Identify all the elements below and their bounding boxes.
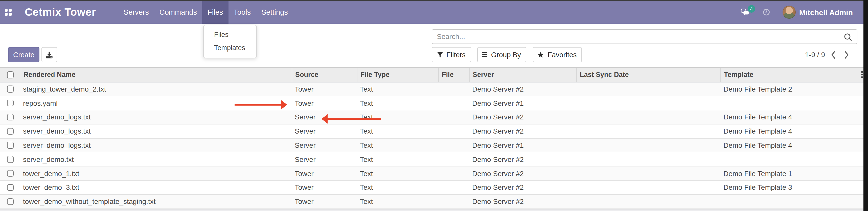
row-checkbox[interactable] xyxy=(7,114,14,120)
cell-last-sync-date xyxy=(576,96,720,110)
row-checkbox-cell xyxy=(0,110,21,124)
create-button[interactable]: Create xyxy=(8,47,39,62)
column-header-file[interactable]: File xyxy=(438,68,469,82)
apps-menu-button[interactable] xyxy=(0,1,12,24)
row-checkbox-cell xyxy=(0,124,21,138)
filters-button[interactable]: Filters xyxy=(432,47,471,62)
files-menu-dropdown: Files Templates xyxy=(203,25,256,58)
app-window: Cetmix Tower Servers Commands Files Tool… xyxy=(0,0,868,211)
row-checkbox[interactable] xyxy=(7,156,14,163)
annotation-arrow-right-icon xyxy=(234,100,287,110)
cell-rendered-name: tower_demo_3.txt xyxy=(21,181,292,194)
table-row[interactable]: server_demo_logs.txt Server Text Demo Se… xyxy=(0,110,868,124)
export-download-icon xyxy=(45,51,53,58)
search-bar xyxy=(432,29,857,44)
pager-next-icon[interactable] xyxy=(844,50,849,59)
cell-template: Demo File Template 4 xyxy=(720,110,855,124)
row-checkbox[interactable] xyxy=(7,198,14,205)
table-row[interactable]: tower_demo_without_template_staging.txt … xyxy=(0,195,868,209)
cell-template: Demo File Template 3 xyxy=(720,181,855,194)
row-checkbox-cell xyxy=(0,96,21,110)
menu-settings[interactable]: Settings xyxy=(256,1,293,24)
table-header: Rendered Name Source File Type File Serv… xyxy=(0,67,868,82)
row-checkbox[interactable] xyxy=(7,170,14,177)
row-checkbox[interactable] xyxy=(7,100,14,107)
cell-template: Demo File Template 4 xyxy=(720,139,855,152)
row-checkbox[interactable] xyxy=(7,184,14,191)
menu-servers[interactable]: Servers xyxy=(118,1,154,24)
column-header-file-type[interactable]: File Type xyxy=(357,68,438,82)
messages-button[interactable]: 4 xyxy=(741,9,749,16)
table-row[interactable]: staging_tower_demo_2.txt Tower Text Demo… xyxy=(0,82,868,96)
cell-file xyxy=(438,195,469,208)
table-row[interactable]: tower_demo_1.txt Tower Text Demo Server … xyxy=(0,167,868,181)
row-checkbox[interactable] xyxy=(7,142,14,149)
dropdown-item-files[interactable]: Files xyxy=(204,28,256,41)
cell-file-type: Text xyxy=(357,153,438,166)
select-all-checkbox-cell[interactable] xyxy=(0,68,21,82)
cell-source: Tower xyxy=(292,82,357,96)
favorites-button[interactable]: Favorites xyxy=(533,47,582,62)
cell-source: Server xyxy=(292,124,357,138)
menu-tools[interactable]: Tools xyxy=(228,1,256,24)
export-button[interactable] xyxy=(41,47,57,62)
cell-last-sync-date xyxy=(576,153,720,166)
table-row[interactable]: server_demo_logs.txt Server Text Demo Se… xyxy=(0,124,868,139)
row-checkbox[interactable] xyxy=(7,128,14,134)
column-header-source[interactable]: Source xyxy=(292,68,357,82)
cell-server: Demo Server #2 xyxy=(469,82,576,96)
row-checkbox[interactable] xyxy=(7,86,14,92)
pager-range: 1-9 / 9 xyxy=(794,47,825,62)
app-brand[interactable]: Cetmix Tower xyxy=(12,1,96,24)
search-icon[interactable] xyxy=(844,33,852,41)
group-by-label: Group By xyxy=(491,51,521,59)
apps-grid-icon xyxy=(5,9,12,16)
cell-file-type: Text xyxy=(357,195,438,208)
select-all-checkbox[interactable] xyxy=(7,71,14,78)
cell-last-sync-date xyxy=(576,167,720,180)
cell-template: Demo File Template 1 xyxy=(720,167,855,180)
favorites-label: Favorites xyxy=(548,51,577,59)
control-panel: Files Create Filters xyxy=(0,24,868,67)
pager-previous-icon[interactable] xyxy=(831,50,836,59)
table-row[interactable]: repos.yaml Tower Text Demo Server #1 xyxy=(0,96,868,111)
table-row[interactable]: server_demo_logs.txt Server Text Demo Se… xyxy=(0,139,868,153)
main-menu: Servers Commands Files Tools Settings xyxy=(118,1,293,24)
cell-file-type: Text xyxy=(357,124,438,138)
group-by-button[interactable]: Group By xyxy=(477,47,526,62)
cell-server: Demo Server #1 xyxy=(469,96,576,110)
menu-files[interactable]: Files xyxy=(202,1,228,24)
cell-source: Server xyxy=(292,153,357,166)
cell-server: Demo Server #2 xyxy=(469,124,576,138)
row-checkbox-cell xyxy=(0,181,21,194)
table-row[interactable]: tower_demo_3.txt Tower Text Demo Server … xyxy=(0,181,868,195)
search-input[interactable] xyxy=(432,30,857,43)
cell-last-sync-date xyxy=(576,181,720,194)
column-header-server[interactable]: Server xyxy=(469,68,576,82)
table-row[interactable]: server_demo.txt Server Text Demo Server … xyxy=(0,153,868,167)
cell-template xyxy=(720,96,855,110)
window-edge-right xyxy=(863,0,868,211)
table-footer-strip xyxy=(0,209,868,211)
cell-last-sync-date xyxy=(576,110,720,124)
dropdown-item-templates[interactable]: Templates xyxy=(204,41,256,54)
column-header-template[interactable]: Template xyxy=(720,68,855,82)
cell-template: Demo File Template 4 xyxy=(720,124,855,138)
cell-server: Demo Server #2 xyxy=(469,181,576,194)
column-header-rendered-name[interactable]: Rendered Name xyxy=(21,68,292,82)
cell-last-sync-date xyxy=(576,139,720,152)
menu-commands[interactable]: Commands xyxy=(154,1,202,24)
activities-button[interactable] xyxy=(763,9,770,16)
cell-source: Tower xyxy=(292,195,357,208)
table-body: staging_tower_demo_2.txt Tower Text Demo… xyxy=(0,82,868,209)
window-edge-top xyxy=(0,0,868,1)
cell-file xyxy=(438,82,469,96)
cell-file xyxy=(438,167,469,180)
column-header-last-sync-date[interactable]: Last Sync Date xyxy=(576,68,720,82)
cell-rendered-name: staging_tower_demo_2.txt xyxy=(21,82,292,96)
user-menu[interactable]: Mitchell Admin xyxy=(782,6,853,19)
cell-file-type: Text xyxy=(357,167,438,180)
cell-source: Tower xyxy=(292,167,357,180)
cell-rendered-name: server_demo_logs.txt xyxy=(21,124,292,138)
star-icon xyxy=(537,52,544,58)
